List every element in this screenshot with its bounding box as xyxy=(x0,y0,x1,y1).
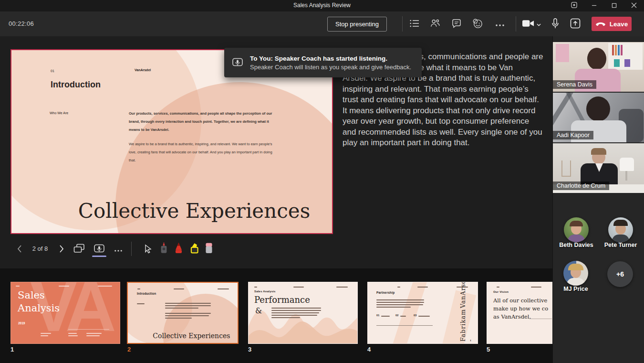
microphone-icon xyxy=(551,18,559,30)
video-tile-aadi[interactable]: Aadi Kapoor xyxy=(553,93,644,142)
text-line-placeholder xyxy=(418,316,430,317)
list-item-number: 01 xyxy=(376,314,380,317)
slide-grid-icon xyxy=(73,244,85,255)
slide-thumbnail-1[interactable]: VA Sales Analysis 2019 xyxy=(10,282,120,344)
next-slide-button[interactable] xyxy=(55,243,68,256)
notes-line: It means delivering products that not on… xyxy=(343,106,548,117)
text-line-placeholder xyxy=(68,335,78,336)
text-line-placeholder xyxy=(137,288,140,289)
leave-label: Leave xyxy=(610,21,628,28)
grid-view-button[interactable] xyxy=(72,242,87,257)
stop-presenting-button[interactable]: Stop presenting xyxy=(327,17,387,32)
text-line-placeholder xyxy=(293,287,304,288)
text-line-placeholder xyxy=(376,302,424,303)
stripe-decoration xyxy=(390,282,427,344)
thumbnail-year: 2019 xyxy=(18,321,25,325)
thumbnail-number: 5 xyxy=(487,346,490,353)
text-line-placeholder xyxy=(137,303,145,304)
speaker-coach-toast[interactable]: To You: Speaker Coach has started listen… xyxy=(224,48,422,77)
annotation-more-button[interactable] xyxy=(111,242,126,257)
meeting-timer: 00:22:06 xyxy=(9,20,34,27)
slide-paragraph: We aspire to be a brand that is authenti… xyxy=(129,140,278,164)
chat-icon xyxy=(452,19,461,30)
text-line-placeholder xyxy=(376,299,424,300)
window-controls xyxy=(564,0,644,11)
speaker-coach-icon xyxy=(93,243,105,256)
laser-pointer-tool-button[interactable] xyxy=(157,241,170,256)
text-line-placeholder xyxy=(336,287,348,288)
maximize-button[interactable] xyxy=(604,0,624,11)
avatar-beth[interactable] xyxy=(564,217,589,242)
ellipsis-icon xyxy=(496,21,504,28)
toast-title: To You: Speaker Coach has started listen… xyxy=(250,55,411,62)
toolbar-divider xyxy=(402,16,403,32)
thumbnail-divider-line xyxy=(376,325,433,326)
slide-section-label: Who We Are xyxy=(50,111,68,115)
more-options-button[interactable] xyxy=(492,16,508,32)
minimize-button[interactable] xyxy=(584,0,604,11)
text-line-placeholder xyxy=(16,286,20,287)
text-line-placeholder xyxy=(497,287,499,288)
notes-line: year over year growth, but top consumer … xyxy=(343,116,548,127)
previous-slide-button[interactable] xyxy=(13,243,26,256)
teams-meeting-window: Sales Analysis Review xyxy=(0,0,644,363)
toolbar-divider xyxy=(516,16,516,32)
leave-button[interactable]: Leave xyxy=(592,17,632,31)
slide-thumbnail-4[interactable]: Partnership 01 02 03 Fabrikam - VanArsde… xyxy=(367,282,478,344)
eraser-tool-button[interactable] xyxy=(202,241,216,256)
yellow-highlighter-icon xyxy=(189,242,199,255)
participant-name-label: Charlotte de Crum xyxy=(553,182,609,190)
avatar-mj[interactable] xyxy=(563,261,588,286)
close-button[interactable] xyxy=(624,0,644,11)
thumbnail-number: 3 xyxy=(248,346,251,353)
video-tile-serena[interactable]: Serena Davis xyxy=(553,42,644,92)
text-line-placeholder xyxy=(531,287,541,288)
text-line-placeholder xyxy=(271,317,300,318)
popout-icon xyxy=(571,1,577,10)
text-line-placeholder xyxy=(271,310,321,311)
red-pen-icon xyxy=(174,242,183,255)
popout-button[interactable] xyxy=(564,0,584,11)
avatar-shoulders xyxy=(567,278,585,286)
participants-button[interactable] xyxy=(427,16,443,32)
reactions-button[interactable] xyxy=(470,16,485,32)
list-item-number: 02 xyxy=(395,314,399,317)
book-spine xyxy=(618,45,620,55)
notes-line: and recommended lists as well. Every sin… xyxy=(343,127,548,138)
participants-sidebar: Serena Davis Aadi Kapoor Charlotte de Cr… xyxy=(552,36,644,363)
text-line-placeholder xyxy=(86,335,100,336)
laser-pointer-icon xyxy=(160,242,168,255)
chat-button[interactable] xyxy=(449,16,464,32)
person-silhouette xyxy=(587,48,606,70)
thumbnail-header: Sales Analysis xyxy=(254,290,276,293)
pointer-tool-button[interactable] xyxy=(141,242,155,256)
text-line-placeholder xyxy=(400,316,406,317)
presentation-stage: 01 VanArsdel Introduction Who We Are Our… xyxy=(0,36,552,363)
thumbnail-title: Introduction xyxy=(137,292,156,295)
participant-name-label: Serena Davis xyxy=(553,80,596,89)
share-screen-button[interactable] xyxy=(568,16,583,32)
book-spine xyxy=(615,45,617,55)
pen-tool-button[interactable] xyxy=(172,241,185,256)
book-spine xyxy=(621,45,623,55)
overflow-participants-badge[interactable]: +6 xyxy=(607,261,633,287)
speaker-coach-icon xyxy=(232,57,243,68)
slide-brand-logo: VanArsdel xyxy=(135,68,151,72)
text-line-placeholder xyxy=(376,307,411,308)
agenda-button[interactable] xyxy=(407,16,422,32)
slide-page-number: 01 xyxy=(51,69,54,73)
nav-divider xyxy=(131,242,132,256)
notes-line: trust and creating fans that will advoca… xyxy=(343,95,548,106)
speaker-coach-button[interactable] xyxy=(91,242,108,257)
camera-button[interactable] xyxy=(520,16,543,32)
thumbnail-divider-line xyxy=(529,319,552,319)
stool-decoration xyxy=(561,160,571,177)
highlighter-tool-button[interactable] xyxy=(187,241,201,256)
slide-thumbnail-3[interactable]: Sales Analysis Performance & xyxy=(248,282,358,344)
meeting-toolbar: 00:22:06 Stop presenting xyxy=(0,11,644,36)
microphone-button[interactable] xyxy=(548,16,563,32)
avatar-pete[interactable] xyxy=(608,217,633,242)
maximize-icon xyxy=(612,1,617,10)
slide-thumbnail-2[interactable]: Introduction Collective Experiences xyxy=(127,282,239,344)
video-tile-charlotte[interactable]: Charlotte de Crum xyxy=(553,143,644,193)
